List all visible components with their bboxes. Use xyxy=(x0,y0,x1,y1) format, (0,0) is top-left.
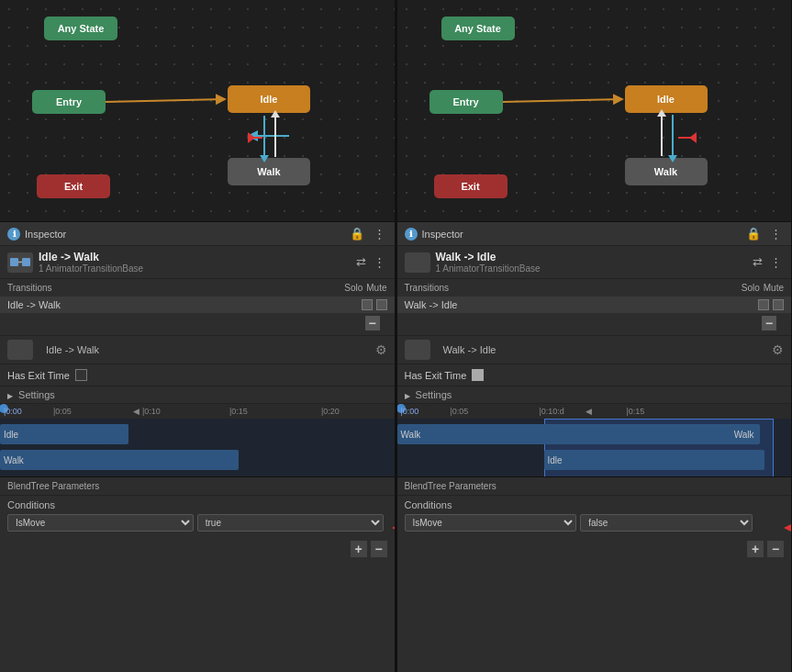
tl-m3-right: |0:15 xyxy=(627,407,645,416)
node-walk-right[interactable]: Walk xyxy=(625,158,708,185)
left-transitions-label-row: Transitions Solo Mute xyxy=(0,279,395,297)
settings-arrows-right[interactable]: ⇄ xyxy=(751,255,764,269)
left-timeline-ruler: |0:00 |0:05 ◀ |0:10 |0:15 |0:20 xyxy=(0,404,395,419)
tl-m0-right: |0:00 xyxy=(401,407,419,416)
node-entry-left[interactable]: Entry xyxy=(32,90,106,114)
minus-btn-right[interactable]: − xyxy=(762,316,776,330)
right-inspector: ℹ Inspector 🔒 ⋮ Walk -> Idle 1 AnimatorT… xyxy=(397,222,792,672)
node-any-state-left[interactable]: Any State xyxy=(44,17,117,40)
minus-btn-left[interactable]: − xyxy=(365,316,380,330)
right-transition-header: Walk -> Idle 1 AnimatorTransitionBase ⇄ … xyxy=(397,246,792,279)
svg-rect-9 xyxy=(22,258,30,266)
tl-m3-left: |0:15 xyxy=(229,407,248,416)
left-conditions-section: Conditions IsMove true xyxy=(0,496,395,538)
gear-icon-right[interactable]: ⚙ xyxy=(772,342,784,357)
right-conditions-section: Conditions IsMove false xyxy=(397,496,792,538)
right-solo-mute: Solo Mute xyxy=(742,283,784,293)
left-settings-row[interactable]: ▶ Settings xyxy=(0,386,395,404)
mute-checkbox-right[interactable] xyxy=(773,299,784,310)
add-condition-btn-left[interactable]: + xyxy=(351,541,367,557)
left-has-exit-row: Has Exit Time xyxy=(0,364,395,386)
left-transition-row[interactable]: Idle -> Walk xyxy=(0,297,395,313)
tl-m4-left: |0:20 xyxy=(321,407,340,416)
right-conditions-label: Conditions xyxy=(405,499,785,510)
solo-checkbox-right[interactable] xyxy=(758,299,769,310)
left-timeline-area: |0:00 |0:05 ◀ |0:10 |0:15 |0:20 Idle xyxy=(0,404,395,477)
node-entry-right[interactable]: Entry xyxy=(429,90,503,114)
condition-param-select-left[interactable]: IsMove xyxy=(7,514,194,532)
right-has-exit-row: Has Exit Time xyxy=(397,364,792,386)
mute-checkbox-left[interactable] xyxy=(376,299,387,310)
right-panel: Any State Entry Idle Walk Exit xyxy=(397,0,793,672)
right-settings-row[interactable]: ▶ Settings xyxy=(397,386,792,404)
kebab-btn-right[interactable]: ⋮ xyxy=(768,227,784,241)
left-panel: Any State Entry Idle Walk Exit xyxy=(0,0,396,672)
lock-btn-right[interactable]: 🔒 xyxy=(744,227,763,241)
node-any-state-right[interactable]: Any State xyxy=(441,17,515,40)
left-inspector-title: ℹ Inspector xyxy=(7,228,66,241)
right-timeline-ruler: |0:00 |0:05 |0:10:d ◀ |0:15 xyxy=(397,404,792,419)
tl-m2-left: |0:10 xyxy=(142,407,161,416)
has-exit-checkbox-right[interactable] xyxy=(472,369,484,381)
left-transition-editor: Idle -> Walk ⚙ xyxy=(0,336,395,364)
info-icon-left: ℹ xyxy=(7,228,20,241)
kebab-btn2-right[interactable]: ⋮ xyxy=(768,255,784,269)
left-animator-view[interactable]: Any State Entry Idle Walk Exit xyxy=(0,0,395,222)
right-tracks: Walk Walk Idle xyxy=(397,419,792,477)
kebab-btn2-left[interactable]: ⋮ xyxy=(372,255,387,269)
right-checkboxes xyxy=(758,299,784,310)
right-blend-params: BlendTree Parameters xyxy=(397,477,792,496)
right-add-remove-row: + − xyxy=(397,538,792,560)
rem-condition-btn-right[interactable]: − xyxy=(767,541,784,557)
right-walk-bar-top: Walk Walk xyxy=(397,424,760,444)
gear-icon-left[interactable]: ⚙ xyxy=(375,342,387,357)
left-transitions-section: Transitions Solo Mute Idle -> Walk − xyxy=(0,279,395,336)
tl-m1-left: |0:05 xyxy=(53,407,72,416)
triangle-icon-left: ▶ xyxy=(7,392,13,400)
left-idle-bar: Idle xyxy=(0,424,128,444)
triangle-icon-right: ▶ xyxy=(405,392,410,400)
left-minus-row: − xyxy=(0,313,395,335)
red-arrow-right xyxy=(784,519,791,537)
has-exit-checkbox-left[interactable] xyxy=(75,369,87,381)
right-condition-row: IsMove false xyxy=(405,514,785,532)
left-inspector-header: ℹ Inspector 🔒 ⋮ xyxy=(0,222,395,246)
right-header-actions: ⇄ ⋮ xyxy=(751,255,784,269)
condition-value-select-left[interactable]: true xyxy=(197,514,384,532)
solo-checkbox-left[interactable] xyxy=(362,299,373,310)
right-transition-row[interactable]: Walk -> Idle xyxy=(397,297,792,313)
node-exit-left[interactable]: Exit xyxy=(37,174,110,198)
trans-icon-left xyxy=(7,252,33,273)
right-animator-view[interactable]: Any State Entry Idle Walk Exit xyxy=(397,0,792,222)
left-blend-params: BlendTree Parameters xyxy=(0,477,395,496)
left-add-remove-row: + − xyxy=(0,538,395,560)
main-layout: Any State Entry Idle Walk Exit xyxy=(0,0,792,672)
lock-btn-left[interactable]: 🔒 xyxy=(348,227,366,241)
rem-condition-btn-left[interactable]: − xyxy=(371,541,387,557)
right-transition-info: Walk -> Idle 1 AnimatorTransitionBase xyxy=(436,251,541,274)
left-inspector-actions: 🔒 ⋮ xyxy=(348,227,387,241)
node-idle-right[interactable]: Idle xyxy=(625,85,708,113)
left-condition-row: IsMove true xyxy=(7,514,387,532)
node-exit-right[interactable]: Exit xyxy=(434,174,508,198)
add-condition-btn-right[interactable]: + xyxy=(747,541,764,557)
left-walk-bar: Walk xyxy=(0,450,239,470)
tl-m1-right: |0:05 xyxy=(451,407,469,416)
right-walk-label2: Walk xyxy=(734,430,754,440)
left-solo-mute: Solo Mute xyxy=(344,283,386,293)
node-walk-left[interactable]: Walk xyxy=(228,158,310,185)
info-icon-right: ℹ xyxy=(405,228,418,241)
trans-icon2-left xyxy=(7,340,33,360)
condition-value-select-right[interactable]: false xyxy=(580,514,753,532)
trans-icon2-right xyxy=(405,340,430,360)
left-header-actions: ⇄ ⋮ xyxy=(354,255,387,269)
right-inspector-header: ℹ Inspector 🔒 ⋮ xyxy=(397,222,792,246)
right-idle-bar-bottom: Idle xyxy=(544,450,764,470)
settings-arrows-left[interactable]: ⇄ xyxy=(354,255,368,269)
condition-param-select-right[interactable]: IsMove xyxy=(405,514,577,532)
kebab-btn-left[interactable]: ⋮ xyxy=(372,227,387,241)
svg-rect-8 xyxy=(10,258,18,266)
right-timeline-area: |0:00 |0:05 |0:10:d ◀ |0:15 Walk Walk xyxy=(397,404,792,477)
left-transition-header: Idle -> Walk 1 AnimatorTransitionBase ⇄ … xyxy=(0,246,395,279)
node-idle-left[interactable]: Idle xyxy=(228,85,310,113)
